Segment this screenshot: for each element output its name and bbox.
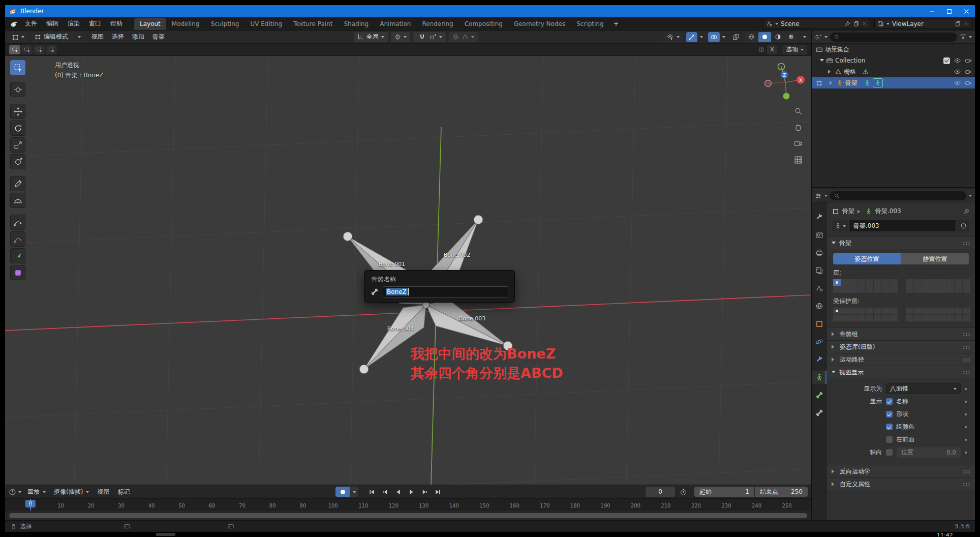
layer-cell[interactable] <box>946 315 954 321</box>
panel-grip-icon[interactable] <box>963 333 970 336</box>
workspace-tab[interactable]: Rendering <box>416 18 458 30</box>
timeline-menu-item[interactable]: 视图 <box>93 488 113 496</box>
pan-hand-icon[interactable] <box>792 121 804 133</box>
display-checkbox[interactable] <box>886 411 893 417</box>
layer-cell[interactable] <box>890 315 898 321</box>
layer-cell[interactable] <box>874 308 881 314</box>
pose-position-button[interactable]: 姿态位置 <box>833 253 901 264</box>
tool-scale[interactable] <box>10 137 25 153</box>
layer-cell[interactable] <box>930 308 938 314</box>
layer-cell[interactable] <box>922 279 930 286</box>
layer-cell[interactable] <box>874 286 881 293</box>
shading-rendered[interactable] <box>785 32 798 42</box>
stopwatch-icon[interactable] <box>677 487 689 497</box>
layer-cell[interactable] <box>906 315 913 321</box>
animate-dot[interactable] <box>965 439 967 441</box>
axes-checkbox[interactable] <box>886 449 893 456</box>
layer-cell[interactable] <box>906 308 913 314</box>
layer-cell[interactable] <box>841 279 849 286</box>
layer-cell[interactable] <box>938 315 946 321</box>
layer-cell[interactable] <box>858 315 865 321</box>
camera-icon[interactable] <box>965 69 972 75</box>
bone-name-input[interactable]: BoneZ <box>383 286 508 297</box>
layer-cell[interactable] <box>858 308 865 314</box>
viewport-menu-item[interactable]: 选择 <box>108 31 128 43</box>
tool-bone-draw[interactable] <box>10 215 25 230</box>
tab-bone-constraint[interactable] <box>812 406 826 420</box>
layer-cell[interactable] <box>849 308 857 314</box>
fake-user-button[interactable] <box>957 220 970 231</box>
copy-icon[interactable] <box>955 21 961 27</box>
layer-cell[interactable] <box>866 308 873 314</box>
breadcrumb-object[interactable]: 骨架 <box>842 207 854 216</box>
tool-primitive[interactable] <box>10 265 25 280</box>
tab-output[interactable] <box>812 246 826 259</box>
topbar-menu-item[interactable]: 编辑 <box>42 17 63 30</box>
shading-dropdown[interactable] <box>801 32 808 42</box>
tool-measure[interactable] <box>10 193 25 208</box>
animate-dot[interactable] <box>965 401 967 403</box>
layer-cell[interactable] <box>946 308 954 314</box>
visibility-dropdown[interactable] <box>663 32 683 42</box>
layer-cell[interactable] <box>946 279 954 286</box>
eye-icon[interactable] <box>954 68 961 75</box>
layer-cell[interactable] <box>890 279 898 286</box>
properties-search-input[interactable] <box>830 191 966 200</box>
jump-to-end[interactable] <box>432 487 444 497</box>
shading-solid[interactable] <box>758 32 771 42</box>
workspace-tab[interactable]: Texture Paint <box>288 18 338 30</box>
workspace-tab[interactable]: Modeling <box>166 18 205 30</box>
timeline-ruler[interactable]: 0 01020304050607080901001101201301401501… <box>5 498 811 511</box>
layer-cell[interactable] <box>955 279 962 286</box>
layer-cell[interactable] <box>938 308 946 314</box>
rest-position-button[interactable]: 静置位置 <box>901 253 969 264</box>
layer-cell[interactable] <box>930 279 938 286</box>
layer-cell[interactable] <box>938 279 946 286</box>
layer-cell[interactable] <box>833 308 841 314</box>
camera-icon[interactable] <box>965 57 972 64</box>
frame-end-field[interactable]: 结束点 250 <box>755 487 808 497</box>
timeline-menu-item[interactable]: 回放 <box>23 488 50 496</box>
outliner-row-grid[interactable]: 栅格 <box>812 66 975 77</box>
layer-cell[interactable] <box>841 315 849 321</box>
layer-cell[interactable] <box>955 315 962 321</box>
transform-orientation-selector[interactable]: 全局 <box>354 32 388 42</box>
overlays-dropdown[interactable] <box>720 32 727 42</box>
frame-start-field[interactable]: 起始 1 <box>694 487 754 497</box>
viewport-menu-item[interactable]: 视图 <box>87 31 108 43</box>
select-mode-set[interactable] <box>9 45 20 54</box>
play-reverse[interactable] <box>392 487 404 497</box>
workspace-tab[interactable]: UV Editing <box>244 18 288 30</box>
display-as-dropdown[interactable]: 八面锥 <box>886 383 961 394</box>
layer-cell[interactable] <box>955 286 962 293</box>
tool-transform[interactable] <box>10 154 25 169</box>
eye-icon[interactable] <box>954 57 961 64</box>
layer-cell[interactable] <box>955 308 962 314</box>
workspace-tab[interactable]: Compositing <box>459 18 508 30</box>
jump-next-keyframe[interactable] <box>418 487 431 497</box>
layer-cell[interactable] <box>874 279 881 286</box>
tool-curve-pen[interactable] <box>10 231 25 247</box>
outliner-editor-icon[interactable] <box>815 34 822 41</box>
layer-cell[interactable] <box>930 315 938 321</box>
tab-physics[interactable] <box>812 335 826 348</box>
topbar-menu-item[interactable]: 文件 <box>20 17 42 30</box>
navigation-gizmo[interactable]: Z X <box>757 57 811 106</box>
topbar-menu-item[interactable]: 窗口 <box>84 17 106 30</box>
mode-selector[interactable]: 编辑模式 <box>31 32 84 42</box>
minimize-button[interactable] <box>923 5 940 17</box>
mirror-x-toggle[interactable]: X <box>767 45 777 54</box>
timeline-editor-icon[interactable] <box>9 488 16 496</box>
tool-move[interactable] <box>10 104 25 119</box>
overlays-toggle[interactable] <box>708 32 720 42</box>
pin-icon[interactable] <box>844 21 850 27</box>
view-layer-selector[interactable]: ViewLayer <box>874 19 972 29</box>
layer-cell[interactable] <box>858 286 865 293</box>
layer-cell[interactable] <box>922 308 930 314</box>
layer-cell[interactable] <box>914 279 922 286</box>
panel-grip-icon[interactable] <box>963 358 970 362</box>
tab-render[interactable] <box>812 228 826 242</box>
collapsed-panel-header[interactable]: 骨骼组 <box>827 327 975 340</box>
workspace-tab[interactable]: Animation <box>374 18 416 30</box>
select-mode-subtract[interactable] <box>34 45 45 54</box>
